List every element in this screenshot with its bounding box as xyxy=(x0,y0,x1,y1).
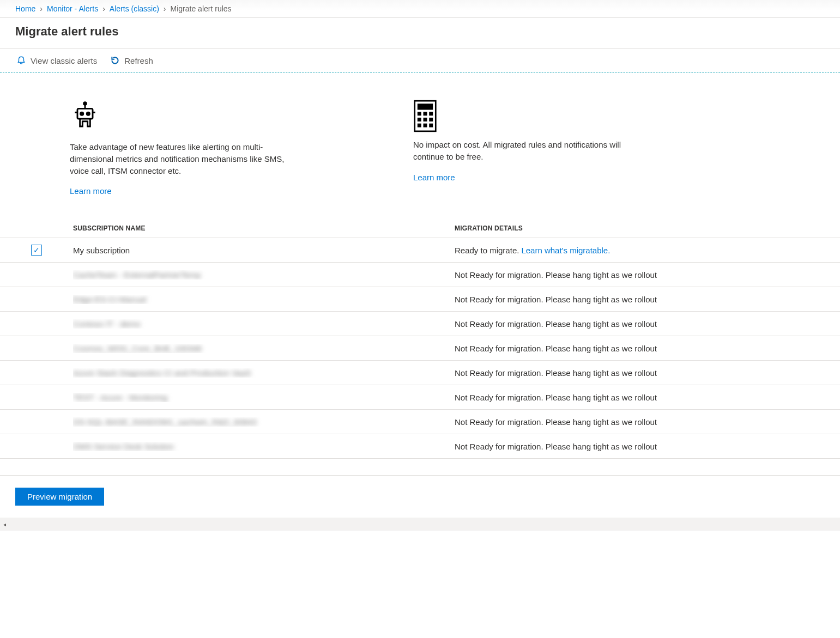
migration-details-cell: Not Ready for migration. Please hang tig… xyxy=(455,295,840,304)
subscription-name-text: CacheTeam - ExternalPartnerTemp xyxy=(73,270,201,279)
subscription-name-cell: Cosmos_WDG_Core_BnB_100348 xyxy=(73,344,455,353)
migration-details-cell: Not Ready for migration. Please hang tig… xyxy=(455,319,840,329)
table-row[interactable]: OMS Service Desk SolutionNot Ready for m… xyxy=(0,434,840,459)
svg-rect-14 xyxy=(430,118,432,120)
migration-details-cell: Not Ready for migration. Please hang tig… xyxy=(455,270,840,279)
migration-status-not-ready: Not Ready for migration. Please hang tig… xyxy=(455,295,657,304)
breadcrumb-current: Migrate alert rules xyxy=(171,4,232,13)
migration-status-not-ready: Not Ready for migration. Please hang tig… xyxy=(455,344,657,353)
intro-card-features: Take advantage of new features like aler… xyxy=(70,100,380,197)
subscription-name-text: Edge-ES-CI-Manual xyxy=(73,295,146,304)
subscription-name-cell: TEST - Azure - Monitoring xyxy=(73,393,455,402)
toolbar: View classic alerts Refresh xyxy=(0,49,840,72)
migration-status-not-ready: Not Ready for migration. Please hang tig… xyxy=(455,368,657,378)
breadcrumb: Home › Monitor - Alerts › Alerts (classi… xyxy=(0,0,840,18)
migration-status-not-ready: Not Ready for migration. Please hang tig… xyxy=(455,319,657,329)
view-classic-alerts-button[interactable]: View classic alerts xyxy=(16,56,97,65)
subscription-name-cell: Azure Stack Diagnostics CI and Productio… xyxy=(73,368,455,378)
intro-cost-text: No impact on cost. All migrated rules an… xyxy=(413,139,631,163)
migration-status-ready: Ready to migrate. xyxy=(455,246,519,255)
migration-details-cell: Not Ready for migration. Please hang tig… xyxy=(455,344,840,353)
col-header-subscription-name: SUBSCRIPTION NAME xyxy=(73,224,455,232)
subscription-name-text: My subscription xyxy=(73,246,130,255)
triangle-left-icon: ◂ xyxy=(3,521,6,527)
table-row[interactable]: Edge-ES-CI-ManualNot Ready for migration… xyxy=(0,287,840,312)
svg-rect-9 xyxy=(418,113,420,115)
svg-point-4 xyxy=(84,102,87,105)
table-header-row: SUBSCRIPTION NAME MIGRATION DETAILS xyxy=(0,219,840,238)
migration-details-cell: Not Ready for migration. Please hang tig… xyxy=(455,442,840,451)
page-title: Migrate alert rules xyxy=(0,18,840,49)
migration-details-cell: Not Ready for migration. Please hang tig… xyxy=(455,393,840,402)
svg-rect-8 xyxy=(418,105,432,110)
row-checkbox-cell: ✓ xyxy=(0,245,73,256)
subscription-name-cell: OMS Service Desk Solution xyxy=(73,442,455,451)
intro-features-learn-more-link[interactable]: Learn more xyxy=(70,185,380,197)
svg-rect-13 xyxy=(424,118,426,120)
intro-cost-learn-more-link[interactable]: Learn more xyxy=(413,172,724,184)
subscription-name-cell: CacheTeam - ExternalPartnerTemp xyxy=(73,270,455,279)
migration-details-cell: Ready to migrate.Learn what's migratable… xyxy=(455,246,840,255)
refresh-label: Refresh xyxy=(124,56,153,65)
subscription-name-cell: DS-SQL-BASE_RANDOM1_sachwin_R&D_60843 xyxy=(73,417,455,427)
breadcrumb-alerts-classic[interactable]: Alerts (classic) xyxy=(110,4,159,13)
migration-status-not-ready: Not Ready for migration. Please hang tig… xyxy=(455,442,657,451)
migration-details-cell: Not Ready for migration. Please hang tig… xyxy=(455,368,840,378)
svg-rect-15 xyxy=(418,124,420,126)
chevron-right-icon: › xyxy=(102,4,105,13)
breadcrumb-monitor-alerts[interactable]: Monitor - Alerts xyxy=(47,4,98,13)
subscription-name-cell: Edge-ES-CI-Manual xyxy=(73,295,455,304)
svg-rect-16 xyxy=(424,124,426,126)
breadcrumb-home[interactable]: Home xyxy=(15,4,35,13)
svg-point-2 xyxy=(87,112,89,115)
svg-rect-12 xyxy=(418,118,420,120)
subscription-name-text: OMS Service Desk Solution xyxy=(73,442,174,451)
subscription-name-text: DS-SQL-BASE_RANDOM1_sachwin_R&D_60843 xyxy=(73,417,257,427)
subscription-name-text: Contoso IT - demo xyxy=(73,319,141,329)
subscription-name-text: Cosmos_WDG_Core_BnB_100348 xyxy=(73,344,202,353)
migration-status-not-ready: Not Ready for migration. Please hang tig… xyxy=(455,417,657,427)
intro-section: Take advantage of new features like aler… xyxy=(0,72,784,203)
learn-whats-migratable-link[interactable]: Learn what's migratable. xyxy=(521,246,610,255)
preview-migration-button[interactable]: Preview migration xyxy=(15,488,104,506)
migration-details-cell: Not Ready for migration. Please hang tig… xyxy=(455,417,840,427)
table-row[interactable]: ✓My subscriptionReady to migrate.Learn w… xyxy=(0,238,840,263)
svg-rect-10 xyxy=(424,113,426,115)
migration-status-not-ready: Not Ready for migration. Please hang tig… xyxy=(455,393,657,402)
subscription-name-cell: Contoso IT - demo xyxy=(73,319,455,329)
refresh-icon xyxy=(110,56,120,65)
table-row[interactable]: TEST - Azure - MonitoringNot Ready for m… xyxy=(0,385,840,410)
col-header-migration-details: MIGRATION DETAILS xyxy=(455,224,840,232)
table-row[interactable]: Contoso IT - demoNot Ready for migration… xyxy=(0,312,840,336)
subscription-name-text: TEST - Azure - Monitoring xyxy=(73,393,167,402)
chevron-right-icon: › xyxy=(164,4,166,13)
table-row[interactable]: DS-SQL-BASE_RANDOM1_sachwin_R&D_60843Not… xyxy=(0,410,840,434)
svg-rect-11 xyxy=(430,113,432,115)
intro-card-cost: No impact on cost. All migrated rules an… xyxy=(413,100,724,197)
subscriptions-table: SUBSCRIPTION NAME MIGRATION DETAILS ✓My … xyxy=(0,219,840,459)
chevron-right-icon: › xyxy=(40,4,43,13)
view-classic-alerts-label: View classic alerts xyxy=(31,56,97,65)
svg-rect-17 xyxy=(430,124,432,126)
refresh-button[interactable]: Refresh xyxy=(110,56,153,65)
table-row[interactable]: Cosmos_WDG_Core_BnB_100348Not Ready for … xyxy=(0,336,840,361)
table-row[interactable]: CacheTeam - ExternalPartnerTempNot Ready… xyxy=(0,263,840,287)
subscription-name-text: Azure Stack Diagnostics CI and Productio… xyxy=(73,368,251,378)
table-row[interactable]: Azure Stack Diagnostics CI and Productio… xyxy=(0,361,840,385)
footer-bar: Preview migration xyxy=(0,475,840,518)
status-strip: ◂ xyxy=(0,518,840,531)
svg-point-1 xyxy=(81,112,83,115)
robot-icon xyxy=(70,100,102,132)
subscription-name-cell: My subscription xyxy=(73,246,455,255)
calculator-icon xyxy=(413,100,444,130)
migration-status-not-ready: Not Ready for migration. Please hang tig… xyxy=(455,270,657,279)
intro-features-text: Take advantage of new features like aler… xyxy=(70,141,288,177)
checkbox-checked[interactable]: ✓ xyxy=(31,245,42,256)
bell-icon xyxy=(16,56,26,65)
